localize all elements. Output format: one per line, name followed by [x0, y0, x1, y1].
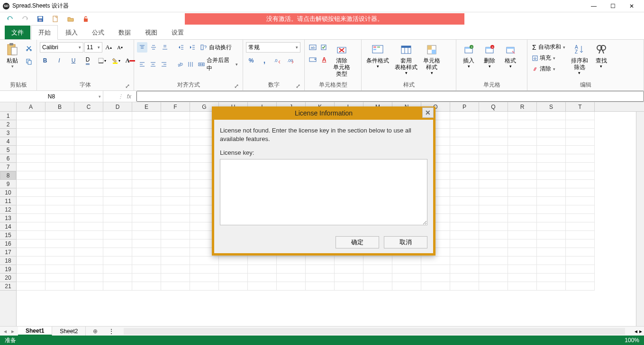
row-header[interactable]: 18	[0, 257, 16, 265]
font-name-select[interactable]: Calibri▾	[40, 42, 83, 53]
sheet-tab-2[interactable]: Sheet2	[52, 327, 86, 336]
column-header[interactable]: Q	[479, 102, 508, 111]
zoom-level[interactable]: 100%	[625, 337, 639, 344]
row-header[interactable]: 5	[0, 146, 16, 154]
row-header[interactable]: 14	[0, 222, 16, 231]
dialog-cancel-button[interactable]: 取消	[384, 236, 427, 248]
fill-color-button[interactable]: ▾	[111, 55, 121, 66]
tab-file[interactable]: 文件	[5, 26, 30, 39]
font-size-select[interactable]: 11▾	[84, 42, 102, 53]
comma-button[interactable]: ,	[259, 55, 270, 66]
cell-style-button[interactable]: 单元格 样式▾	[421, 42, 442, 76]
increase-decimal-button[interactable]: .0	[272, 55, 283, 66]
column-header[interactable]: D	[103, 102, 132, 111]
clear-button[interactable]: 清除▾	[530, 64, 567, 74]
celltype-button-1[interactable]: ab	[308, 42, 318, 53]
percent-button[interactable]: %	[246, 55, 256, 66]
row-header[interactable]: 9	[0, 180, 16, 188]
dialog-close-button[interactable]: ✕	[422, 107, 434, 118]
align-top-button[interactable]	[137, 42, 147, 53]
celltype-combo-button[interactable]	[308, 54, 318, 65]
copy-button[interactable]	[24, 56, 34, 67]
paste-button[interactable]: 粘贴 ▾	[3, 42, 22, 70]
tab-data[interactable]: 数据	[112, 26, 137, 39]
underline-button[interactable]: U	[68, 55, 79, 66]
increase-font-button[interactable]: A▴	[103, 42, 114, 53]
increase-indent-button[interactable]	[187, 42, 198, 53]
clear-celltype-button[interactable]: 清除 单元格 类型	[331, 42, 352, 78]
celltype-checkbox-button[interactable]	[319, 42, 329, 53]
row-header[interactable]: 19	[0, 265, 16, 274]
name-box[interactable]: N8▾	[0, 91, 103, 102]
row-header[interactable]: 1	[0, 112, 16, 120]
border-button[interactable]: ▾	[97, 55, 107, 66]
save-button[interactable]	[36, 15, 45, 23]
row-header[interactable]: 3	[0, 129, 16, 137]
column-header[interactable]: R	[508, 102, 537, 111]
number-format-select[interactable]: 常规▾	[246, 42, 300, 53]
cut-button[interactable]	[24, 43, 34, 53]
celltype-hyperlink-button[interactable]: A	[319, 54, 329, 65]
row-header[interactable]: 13	[0, 214, 16, 222]
wrap-text-button[interactable]: 自动换行	[199, 43, 234, 53]
align-center-button[interactable]	[148, 59, 158, 70]
row-header[interactable]: 4	[0, 137, 16, 146]
font-launcher[interactable]: ⤢	[124, 83, 131, 89]
row-header[interactable]: 21	[0, 282, 16, 291]
formula-input[interactable]	[136, 91, 644, 102]
bold-button[interactable]: B	[40, 55, 50, 66]
namebox-dropdown-icon[interactable]: ▾	[99, 94, 101, 99]
sort-filter-button[interactable]: AZ 排序和 筛选▾	[569, 42, 590, 76]
align-left-button[interactable]	[137, 59, 147, 70]
column-header[interactable]: F	[161, 102, 190, 111]
dialog-ok-button[interactable]: 确定	[336, 236, 379, 248]
tab-insert[interactable]: 插入	[59, 26, 84, 39]
row-header[interactable]: 11	[0, 197, 16, 205]
column-header[interactable]: E	[132, 102, 161, 111]
number-launcher[interactable]: ⤢	[295, 83, 301, 89]
row-header[interactable]: 10	[0, 188, 16, 197]
tab-formula[interactable]: 公式	[85, 26, 111, 39]
align-middle-button[interactable]	[148, 42, 159, 53]
conditional-format-button[interactable]: 条件格式▾	[364, 42, 391, 70]
tab-settings[interactable]: 设置	[165, 26, 190, 39]
decrease-decimal-button[interactable]: .00	[286, 55, 296, 66]
align-launcher[interactable]: ⤢	[233, 83, 240, 89]
column-header[interactable]: B	[45, 102, 74, 111]
insert-cells-button[interactable]: + 插入▾	[459, 42, 478, 70]
column-header[interactable]: C	[74, 102, 103, 111]
align-right-button[interactable]	[159, 59, 169, 70]
sheet-nav-last[interactable]: ▸	[11, 328, 14, 335]
add-sheet-button[interactable]: ⊕	[86, 327, 105, 336]
row-header[interactable]: 6	[0, 154, 16, 163]
new-button[interactable]	[51, 15, 60, 23]
horizontal-scrollbar[interactable]: ⋮◂▸	[105, 327, 644, 336]
format-cells-button[interactable]: 格式▾	[501, 42, 520, 70]
double-underline-button[interactable]: D	[82, 55, 93, 66]
tab-view[interactable]: 视图	[138, 26, 164, 39]
fill-button[interactable]: 填充▾	[530, 53, 567, 63]
split-icon[interactable]: ⋮	[118, 93, 123, 100]
row-header[interactable]: 20	[0, 274, 16, 282]
redo-button[interactable]	[21, 15, 29, 23]
decrease-font-button[interactable]: A▾	[115, 42, 125, 53]
row-header[interactable]: 15	[0, 231, 16, 239]
align-bottom-button[interactable]	[160, 42, 170, 53]
row-header[interactable]: 17	[0, 248, 16, 257]
find-button[interactable]: 查找▾	[592, 42, 611, 70]
minimize-button[interactable]: —	[584, 0, 603, 12]
merge-center-button[interactable]: 合并后居中▾	[196, 55, 240, 73]
fx-icon[interactable]: fx	[127, 93, 131, 100]
vertical-scrollbar[interactable]	[636, 112, 644, 326]
column-header[interactable]: P	[450, 102, 479, 111]
delete-cells-button[interactable]: × 删除▾	[480, 42, 499, 70]
row-header[interactable]: 7	[0, 163, 16, 171]
row-header[interactable]: 12	[0, 205, 16, 214]
undo-button[interactable]	[6, 15, 14, 23]
decrease-indent-button[interactable]	[176, 42, 186, 53]
row-header[interactable]: 16	[0, 239, 16, 248]
column-header[interactable]: S	[537, 102, 566, 111]
vertical-text-button[interactable]	[185, 59, 195, 70]
tab-start[interactable]: 开始	[31, 25, 58, 40]
sheet-nav-first[interactable]: ◂	[4, 328, 7, 335]
